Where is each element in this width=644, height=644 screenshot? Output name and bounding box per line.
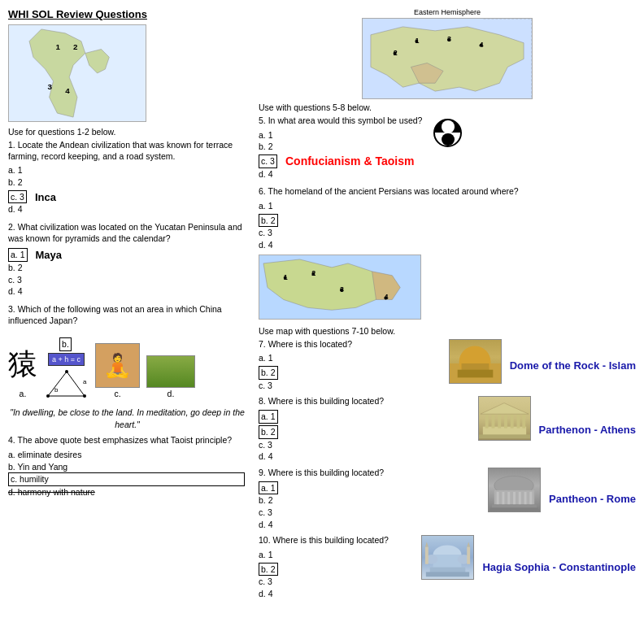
svg-line-7: [67, 372, 85, 396]
svg-text:3: 3: [48, 82, 53, 91]
svg-rect-52: [507, 492, 510, 505]
q6-answer-row: b. 2: [259, 214, 636, 228]
geometry-svg: b a: [44, 368, 89, 400]
svg-marker-64: [425, 542, 429, 547]
q3-text: 3. Which of the following was not an are…: [8, 304, 246, 326]
q3-opt-d-img: d.: [146, 355, 195, 400]
q2-text: 2. What civilization was located on the …: [8, 222, 246, 244]
svg-text:4: 4: [65, 86, 70, 95]
svg-point-9: [83, 394, 86, 398]
svg-text:a: a: [83, 378, 87, 385]
svg-point-32: [384, 296, 387, 299]
q6-opt-b-boxed: b. 2: [259, 214, 278, 228]
q10-opt-a: a. 1: [259, 550, 273, 559]
q1-text: 1. Locate the Andean civilization that w…: [8, 140, 246, 162]
use-text-58: Use with questions 5-8 below.: [259, 102, 636, 112]
svg-point-29: [284, 276, 287, 280]
svg-rect-39: [491, 415, 494, 429]
q7-text: 7. Where is this located?: [259, 339, 442, 350]
q3-label-d: d.: [168, 388, 175, 400]
americas-map: 1 2 3 4: [8, 24, 146, 122]
svg-rect-55: [524, 492, 527, 505]
q4-opt-b: b. Yin and Yang: [8, 461, 246, 473]
chinese-char: 猿: [8, 345, 37, 385]
svg-point-18: [415, 40, 418, 43]
q2-answer-row: a. 1 Maya: [8, 248, 246, 262]
q9-block: 9. Where is this building located? a. 1 …: [259, 468, 636, 530]
q6-opt-a: a. 1: [259, 200, 636, 212]
q8-text-options: 8. Where is this building located? a. 1 …: [259, 396, 472, 462]
q9-text: 9. Where is this building located?: [259, 468, 481, 479]
q8-opt-d: d. 4: [259, 451, 273, 461]
svg-rect-63: [425, 547, 429, 564]
q4-block: 4. The above quote best emphasizes what …: [8, 435, 246, 498]
q6-options: a. 1 b. 2 c. 3 d. 4: [259, 200, 636, 251]
q4-opt-d: d. harmony with nature: [8, 486, 246, 498]
q8-opt-a-boxed: a. 1: [259, 410, 278, 424]
q2-opt-c: c. 3: [8, 274, 246, 286]
q3-block: 3. Which of the following was not an are…: [8, 304, 246, 400]
q10-text: 10. Where is this building located?: [259, 535, 415, 546]
nature-image: [146, 355, 195, 388]
svg-rect-41: [504, 415, 507, 429]
q6-block: 6. The homeland of the ancient Persians …: [259, 186, 636, 319]
svg-rect-42: [510, 415, 513, 429]
q5-opt-a: a. 1: [259, 130, 273, 140]
eastern-hemi-label: Eastern Hemisphere: [259, 8, 636, 16]
svg-rect-46: [479, 435, 530, 439]
q5-text: 5. In what area would this symbol be use…: [259, 115, 422, 127]
svg-point-30: [311, 272, 315, 276]
q10-text-options: 10. Where is this building located? a. 1…: [259, 535, 415, 599]
q10-opt-c: c. 3: [259, 577, 272, 586]
q8-photo: [478, 396, 531, 441]
q7-photo: [449, 339, 502, 384]
q6-opt-d: d. 4: [259, 239, 636, 251]
q5-opt-c-boxed: c. 3: [259, 154, 277, 168]
svg-marker-66: [468, 542, 471, 547]
svg-rect-54: [519, 492, 521, 505]
q1-options: a. 1 b. 2 c. 3 Inca d. 4: [8, 164, 246, 215]
yin-yang-symbol: [433, 119, 462, 147]
svg-point-20: [447, 38, 450, 41]
q5-answer: Confucianism & Taoism: [285, 154, 414, 168]
q1-opt-d: d. 4: [8, 203, 246, 215]
q4-opt-a: a. eliminate desires: [8, 449, 246, 461]
q7-answer: Dome of the Rock - Islam: [510, 359, 636, 372]
q10-answer-row: b. 2: [259, 563, 415, 577]
q8-block: 8. Where is this building located? a. 1 …: [259, 396, 636, 462]
q5-text-options: 5. In what area would this symbol be use…: [259, 115, 422, 180]
svg-rect-68: [426, 572, 469, 577]
use-text-12: Use for questions 1-2 below.: [8, 127, 246, 137]
right-column: Eastern Hemisphere 1 2 3 4: [255, 8, 636, 605]
svg-rect-53: [513, 492, 516, 505]
q9-answer-row: a. 1: [259, 481, 481, 495]
svg-rect-60: [433, 555, 462, 568]
q8-answer-row-b: b. 2: [259, 425, 472, 439]
svg-point-10: [65, 370, 68, 373]
q3-images-row: 猿 a. b. a + h = c: [8, 329, 246, 400]
q3-opt-b-boxed: b.: [59, 337, 72, 351]
page: WHI SOL Review Questions 1 2 3 4 Use for…: [0, 0, 644, 613]
left-column: WHI SOL Review Questions 1 2 3 4 Use for…: [8, 8, 255, 605]
svg-text:b: b: [54, 386, 59, 394]
q10-opt-d: d. 4: [259, 589, 273, 598]
q6-text: 6. The homeland of the ancient Persians …: [259, 186, 636, 198]
q3-opt-a-img: 猿 a.: [8, 342, 37, 400]
q4-options: a. eliminate desires b. Yin and Yang c. …: [8, 449, 246, 498]
svg-rect-50: [497, 492, 499, 505]
svg-rect-65: [468, 547, 471, 564]
q2-opt-a-boxed: a. 1: [8, 248, 28, 262]
q10-opt-b-boxed: b. 2: [259, 563, 278, 577]
q1-answer: Inca: [35, 191, 56, 203]
q3-opt-b-img: b. a + h = c b a: [44, 337, 89, 400]
q4-text: 4. The above quote best emphasizes what …: [8, 435, 246, 446]
eastern-hemisphere-section: Eastern Hemisphere 1 2 3 4: [259, 8, 636, 99]
buddha-image: 🧘: [95, 343, 140, 388]
q5-opt-b: b. 2: [259, 141, 273, 151]
q10-block: 10. Where is this building located? a. 1…: [259, 535, 636, 599]
q9-opt-d: d. 4: [259, 520, 273, 529]
svg-text:1: 1: [55, 42, 60, 51]
q10-answer: Hagia Sophia - Constantinople: [482, 561, 636, 573]
q3-label-a: a.: [20, 388, 27, 400]
q9-opt-a-boxed: a. 1: [259, 481, 278, 495]
